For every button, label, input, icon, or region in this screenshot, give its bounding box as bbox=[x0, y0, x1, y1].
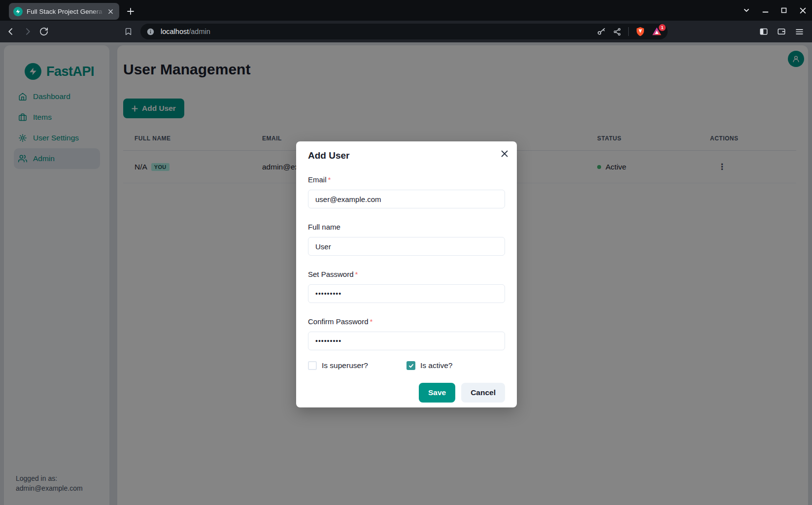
confirm-password-field-group: Confirm Password* bbox=[308, 317, 505, 350]
add-user-modal: Add User Email* Full name Set Password* … bbox=[296, 141, 517, 407]
cancel-button[interactable]: Cancel bbox=[461, 383, 505, 403]
browser-window: Full Stack Project Genera bbox=[0, 0, 812, 505]
passwords-key-icon[interactable] bbox=[597, 27, 606, 36]
url-bar[interactable]: localhost/admin 1 bbox=[140, 24, 668, 39]
checkbox-row: Is superuser? Is active? bbox=[308, 361, 505, 370]
save-button[interactable]: Save bbox=[419, 383, 455, 403]
is-active-checkbox[interactable]: Is active? bbox=[406, 361, 505, 370]
reload-icon[interactable] bbox=[39, 27, 48, 36]
confirm-password-label: Confirm Password* bbox=[308, 317, 505, 327]
modal-title: Add User bbox=[308, 150, 505, 161]
is-superuser-checkbox[interactable]: Is superuser? bbox=[308, 361, 406, 370]
browser-tab[interactable]: Full Stack Project Genera bbox=[9, 3, 119, 20]
brave-shield-icon[interactable] bbox=[636, 27, 645, 37]
tab-title: Full Stack Project Genera bbox=[27, 8, 106, 15]
url-host: localhost bbox=[161, 28, 189, 35]
new-tab-button[interactable] bbox=[125, 6, 136, 17]
set-password-field-group: Set Password* bbox=[308, 269, 505, 303]
wallet-icon[interactable] bbox=[777, 27, 786, 36]
email-field[interactable] bbox=[308, 190, 505, 208]
divider bbox=[628, 27, 629, 36]
tab-search-icon[interactable] bbox=[742, 6, 751, 15]
back-icon[interactable] bbox=[6, 27, 16, 36]
email-label: Email* bbox=[308, 175, 505, 185]
required-marker: * bbox=[370, 317, 373, 326]
minimize-icon[interactable] bbox=[761, 6, 770, 15]
bookmark-icon[interactable] bbox=[124, 28, 133, 36]
is-active-label: Is active? bbox=[420, 361, 452, 370]
fastapi-favicon-icon bbox=[13, 7, 23, 16]
modal-actions: Save Cancel bbox=[308, 383, 505, 403]
tab-close-icon[interactable] bbox=[106, 7, 115, 16]
full-name-field-group: Full name bbox=[308, 222, 505, 256]
checkbox-unchecked-icon[interactable] bbox=[308, 361, 317, 370]
url-path: /admin bbox=[189, 28, 210, 35]
full-name-label: Full name bbox=[308, 222, 505, 232]
confirm-password-field[interactable] bbox=[308, 332, 505, 350]
site-info-icon[interactable] bbox=[146, 28, 155, 36]
forward-icon[interactable] bbox=[23, 27, 33, 36]
email-field-group: Email* bbox=[308, 175, 505, 208]
modal-close-icon[interactable] bbox=[498, 147, 511, 160]
tab-bar: Full Stack Project Genera bbox=[0, 0, 812, 21]
window-controls bbox=[742, 0, 807, 21]
sidebar-toggle-icon[interactable] bbox=[759, 27, 768, 36]
toolbar-right-group bbox=[759, 21, 804, 42]
url-text: localhost/admin bbox=[161, 28, 597, 35]
page-viewport: FastAPI Dashboard Items bbox=[0, 42, 812, 505]
browser-toolbar: localhost/admin 1 bbox=[0, 21, 812, 42]
set-password-label: Set Password* bbox=[308, 269, 505, 279]
is-superuser-label: Is superuser? bbox=[322, 361, 368, 370]
share-icon[interactable] bbox=[613, 28, 621, 36]
menu-icon[interactable] bbox=[795, 27, 804, 36]
required-marker: * bbox=[355, 270, 358, 278]
brave-rewards-icon[interactable]: 1 bbox=[652, 27, 662, 36]
full-name-field[interactable] bbox=[308, 237, 505, 256]
maximize-icon[interactable] bbox=[779, 6, 788, 15]
rewards-badge: 1 bbox=[659, 24, 666, 31]
required-marker: * bbox=[328, 175, 331, 184]
close-window-icon[interactable] bbox=[798, 6, 807, 15]
set-password-field[interactable] bbox=[308, 284, 505, 303]
checkbox-checked-icon[interactable] bbox=[406, 361, 415, 370]
